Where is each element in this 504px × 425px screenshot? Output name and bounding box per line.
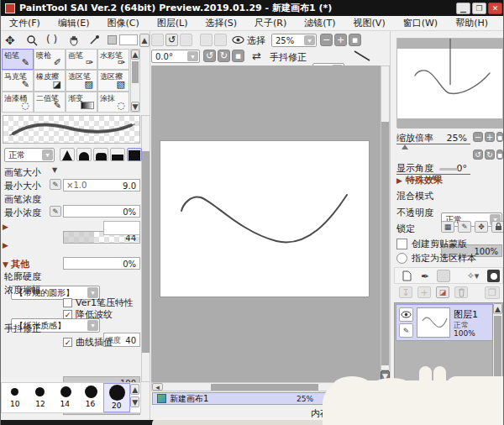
layer-item-1[interactable]: ✎ 图层1 正常 100%: [396, 304, 493, 341]
rotate-view-tool-icon[interactable]: ( ): [46, 34, 57, 45]
menu-help[interactable]: 帮助(H): [455, 17, 488, 29]
brush-shape-1[interactable]: [60, 148, 75, 161]
chevron-down-icon[interactable]: ▾: [42, 150, 53, 160]
paint-mode-select[interactable]: 正常 ▾: [4, 148, 55, 162]
brush-shape-2[interactable]: [76, 148, 92, 161]
tools-scroll-up-button[interactable]: ▲: [139, 34, 150, 47]
shape-section-arrow-icon[interactable]: ▶: [3, 223, 8, 231]
size-preset-20[interactable]: 20: [103, 383, 130, 412]
nav-rotate-ccw-button[interactable]: ↺: [473, 150, 483, 160]
new-lineart-layer-button[interactable]: ✒: [418, 270, 432, 282]
ver1-pressure-checkbox[interactable]: [63, 298, 72, 307]
history-button-1[interactable]: [151, 34, 164, 46]
menu-window[interactable]: 窗口(W): [403, 17, 438, 29]
canvas-vscroll-down-button[interactable]: ▼: [381, 370, 390, 382]
tool-smudge[interactable]: 涂抹◌: [97, 92, 129, 113]
layer-visibility-button[interactable]: [399, 307, 413, 322]
rotate-reset-button[interactable]: ■: [232, 50, 244, 62]
menu-select[interactable]: 选择(S): [205, 17, 237, 29]
color-swatch[interactable]: [108, 35, 117, 45]
new-layer-button[interactable]: [400, 270, 413, 282]
lock-all-button[interactable]: [491, 221, 504, 233]
selection-source-radio[interactable]: [396, 253, 407, 264]
rotate-cw-button[interactable]: ↻: [218, 50, 230, 62]
zoom-in-button[interactable]: +: [334, 34, 347, 46]
navigator-angle-slider[interactable]: 显示角度 0°: [396, 162, 470, 175]
eyedropper-tool-icon[interactable]: [88, 34, 100, 46]
min-density-slider[interactable]: 0%: [63, 257, 140, 270]
menu-file[interactable]: 文件(F): [9, 17, 40, 29]
curve-interp-row[interactable]: ✓ 曲线插值: [63, 336, 113, 349]
curve-interp-checkbox[interactable]: ✓: [63, 338, 72, 347]
tool-watercolor[interactable]: 水彩笔✑: [97, 49, 129, 70]
brush-size-unit-toggle[interactable]: ▼: [52, 166, 57, 174]
tool-selection-eraser[interactable]: 选区擦▧: [97, 70, 129, 91]
rotate-ccw-button[interactable]: ↺: [203, 50, 216, 62]
deselect-button[interactable]: [200, 34, 213, 46]
zoom-level-select[interactable]: 25% ▾: [271, 34, 317, 47]
brush-shape-3[interactable]: [93, 148, 108, 161]
grid-scroll-thumb[interactable]: [132, 61, 139, 83]
selection-source-row[interactable]: 指定为选区样本: [396, 252, 476, 265]
canvas-hscroll-left-button[interactable]: ◂: [152, 383, 163, 391]
brush-shape-5[interactable]: [127, 148, 142, 161]
other-section-header[interactable]: ▼ 其他: [3, 258, 29, 270]
hand-tool-icon[interactable]: [68, 34, 80, 46]
tool-selection-pen[interactable]: 选区笔▨: [66, 70, 97, 91]
navigator-zoom-marker[interactable]: [402, 144, 408, 150]
sizes-scroll-up-button[interactable]: ▲: [130, 384, 139, 395]
lock-transparency-button[interactable]: ▦: [441, 221, 454, 233]
flip-horizontal-icon[interactable]: ⇄: [252, 50, 261, 62]
clipping-mask-row[interactable]: 创建剪贴蒙版: [396, 238, 467, 250]
brush-shape-4[interactable]: [110, 148, 125, 161]
tool-binary-pen[interactable]: 二值笔✎: [34, 92, 66, 113]
tool-bucket[interactable]: 油漆桶◌: [2, 92, 34, 113]
sizes-scroll-down-button[interactable]: ▼: [130, 396, 139, 407]
tool-marker[interactable]: 马克笔✎: [2, 70, 34, 91]
maximize-button[interactable]: ❐: [472, 3, 486, 14]
merge-down-button[interactable]: +: [417, 286, 431, 298]
canvas-page[interactable]: [160, 141, 369, 296]
brush-size-slider[interactable]: ×1.0 9.0: [63, 179, 140, 192]
panel-divider[interactable]: [439, 168, 458, 171]
tool-eraser[interactable]: 橡皮擦◪: [34, 70, 66, 91]
size-preset-14[interactable]: 14: [53, 383, 78, 412]
min-size-pen-button[interactable]: ✎: [50, 179, 61, 190]
view-angle-select[interactable]: 0.0° ▾: [151, 50, 200, 63]
canvas-vscroll-thumb[interactable]: [381, 122, 389, 365]
menu-filter[interactable]: 滤镜(T): [304, 17, 335, 29]
ruler-tools-button[interactable]: ✧▾: [465, 270, 480, 282]
zoom-out-button[interactable]: −: [320, 34, 333, 46]
layer-edit-button[interactable]: ✎: [399, 323, 413, 338]
delete-layer-button[interactable]: [454, 286, 468, 298]
texture-section-arrow-icon[interactable]: ▶: [3, 241, 8, 249]
selection-eye-icon[interactable]: [232, 35, 244, 45]
clipping-mask-checkbox[interactable]: [396, 239, 407, 249]
chevron-down-icon[interactable]: ▾: [304, 35, 315, 45]
navigator-preview[interactable]: [396, 38, 503, 128]
menu-image[interactable]: 图像(C): [107, 17, 139, 29]
canvas-viewport[interactable]: [151, 66, 381, 382]
invert-selection-button[interactable]: [214, 34, 227, 46]
lock-paint-button[interactable]: ✎: [458, 221, 471, 233]
layer-scroll-thumb[interactable]: [494, 316, 501, 383]
nav-zoom-out-button[interactable]: −: [473, 132, 483, 142]
chevron-down-icon[interactable]: ▾: [187, 51, 198, 61]
menu-edit[interactable]: 编辑(E): [58, 17, 90, 29]
size-preset-16[interactable]: 16: [78, 383, 103, 412]
min-size-slider[interactable]: 0%: [63, 205, 140, 218]
nav-rotate-reset-button[interactable]: ■: [496, 150, 503, 160]
navigator-zoom-slider[interactable]: 缩放倍率 25%: [396, 132, 470, 144]
menu-view[interactable]: 视图(V): [354, 17, 386, 29]
size-preset-12[interactable]: 12: [27, 383, 52, 412]
canvas-hscrollbar[interactable]: ◂ ▸: [151, 382, 381, 391]
tool-pencil[interactable]: 铅笔✎: [2, 49, 34, 70]
copy-layer-button[interactable]: ❐: [485, 286, 500, 299]
special-effects-header[interactable]: ▶ 特殊效果: [396, 174, 443, 186]
canvas-hscroll-right-button[interactable]: ▸: [369, 383, 380, 391]
tool-brush[interactable]: 画笔✑: [66, 49, 97, 70]
menu-ruler[interactable]: 尺子(R): [255, 17, 286, 29]
nav-rotate-cw-button[interactable]: ↻: [485, 150, 495, 160]
tool-search-field[interactable]: [119, 34, 138, 45]
canvas-vscrollbar[interactable]: [381, 66, 390, 370]
